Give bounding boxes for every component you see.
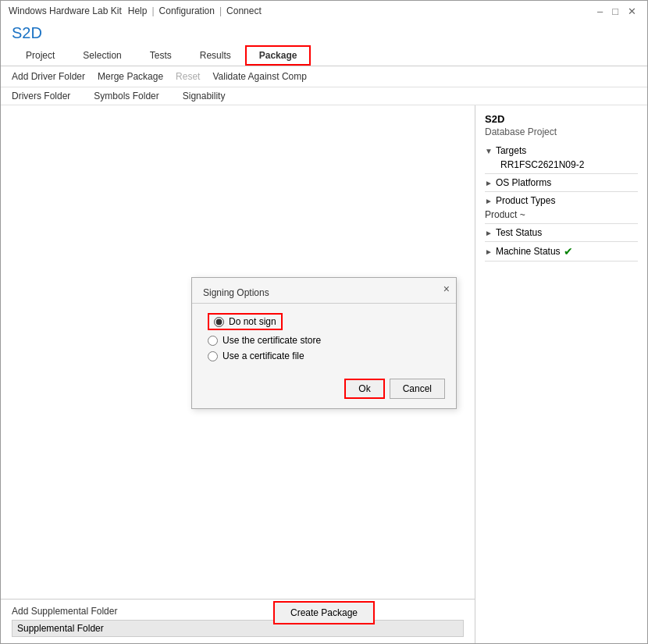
sep1: |	[151, 5, 154, 16]
main-content: Add Supplemental Folder Supplemental Fol…	[1, 105, 647, 643]
connect-menu[interactable]: Connect	[226, 5, 262, 16]
machine-status-check: ✔	[564, 245, 573, 258]
tab-results[interactable]: Results	[186, 45, 245, 66]
machine-status-arrow: ►	[485, 247, 493, 256]
add-driver-folder-button[interactable]: Add Driver Folder	[12, 69, 98, 84]
nav-tabs: Project Selection Tests Results Package	[1, 45, 647, 66]
product-tilde-label: Product ~	[485, 208, 638, 222]
modal-header: Signing Options	[192, 278, 456, 303]
left-bottom-area: Add Supplemental Folder Supplemental Fol…	[1, 599, 475, 643]
tree-test-status[interactable]: ► Test Status	[485, 226, 638, 240]
tree-targets[interactable]: ▼ Targets	[485, 144, 638, 158]
signing-options-group: Do not sign Use the certificate store Us…	[208, 313, 440, 361]
do-not-sign-radio[interactable]	[214, 317, 224, 327]
use-cert-store-option[interactable]: Use the certificate store	[208, 335, 440, 346]
app-title: S2D	[12, 24, 636, 42]
use-cert-store-label: Use the certificate store	[223, 335, 321, 346]
toolbar: Add Driver Folder Merge Package Reset Va…	[1, 66, 647, 87]
configuration-menu[interactable]: Configuration	[159, 5, 215, 16]
window-controls: – □ ✕	[594, 6, 639, 16]
modal-close-button[interactable]: ×	[443, 283, 450, 295]
add-supplemental-folder-link[interactable]: Add Supplemental Folder	[12, 606, 464, 617]
use-cert-file-option[interactable]: Use a certificate file	[208, 350, 440, 361]
main-window: Windows Hardware Lab Kit Help | Configur…	[0, 0, 648, 644]
merge-package-button[interactable]: Merge Package	[98, 69, 176, 84]
product-arrow: ►	[485, 197, 493, 205]
tree-targets-section: ▼ Targets RR1FSC2621N09-2	[485, 144, 638, 174]
tree-os-platforms[interactable]: ► OS Platforms	[485, 176, 638, 190]
os-platforms-label: OS Platforms	[496, 177, 551, 188]
close-button[interactable]: ✕	[625, 6, 639, 16]
modal-divider	[192, 303, 456, 304]
tab-package[interactable]: Package	[245, 45, 312, 66]
targets-arrow: ▼	[485, 147, 493, 155]
signability-label: Signability	[183, 90, 249, 102]
cancel-button[interactable]: Cancel	[390, 379, 445, 399]
tab-tests[interactable]: Tests	[136, 45, 186, 66]
test-status-label: Test Status	[496, 227, 542, 238]
title-bar-left: Windows Hardware Lab Kit Help | Configur…	[9, 5, 262, 16]
targets-label: Targets	[496, 145, 526, 156]
test-status-arrow: ►	[485, 229, 493, 237]
reset-button: Reset	[176, 69, 212, 84]
sub-toolbar: Drivers Folder Symbols Folder Signabilit…	[1, 87, 647, 105]
right-panel-subtitle: Database Project	[485, 126, 638, 137]
bottom-area: Add Supplemental Folder Supplemental Fol…	[1, 599, 475, 643]
right-panel: S2D Database Project ▼ Targets RR1FSC262…	[475, 105, 647, 643]
minimize-button[interactable]: –	[594, 6, 606, 16]
signing-options-dialog: × Signing Options Do not sign Use the ce…	[191, 277, 457, 409]
use-cert-file-label: Use a certificate file	[223, 350, 304, 361]
symbols-folder-label: Symbols Folder	[94, 90, 182, 102]
modal-body: Do not sign Use the certificate store Us…	[192, 308, 456, 374]
tree-machine-status[interactable]: ► Machine Status ✔	[485, 244, 638, 259]
use-cert-file-radio[interactable]	[208, 351, 218, 361]
create-package-button[interactable]: Create Package	[273, 601, 375, 624]
title-bar: Windows Hardware Lab Kit Help | Configur…	[1, 1, 647, 20]
drivers-folder-label: Drivers Folder	[12, 90, 94, 102]
validate-button[interactable]: Validate Against Comp	[212, 69, 319, 84]
supplemental-folder-field: Supplemental Folder	[12, 620, 464, 637]
tab-selection[interactable]: Selection	[69, 45, 135, 66]
product-types-label: Product Types	[496, 195, 556, 206]
do-not-sign-option[interactable]: Do not sign	[208, 313, 283, 330]
help-menu[interactable]: Help	[128, 5, 148, 16]
tree-product-types[interactable]: ► Product Types	[485, 194, 638, 208]
right-panel-title: S2D	[485, 113, 638, 125]
title-bar-menu: Help | Configuration | Connect	[128, 5, 262, 16]
maximize-button[interactable]: □	[609, 6, 621, 16]
tree-machine-status-section: ► Machine Status ✔	[485, 244, 638, 262]
window-title: Windows Hardware Lab Kit	[9, 5, 122, 16]
sep2: |	[219, 5, 222, 16]
tree-product-section: ► Product Types Product ~	[485, 194, 638, 224]
modal-footer: Ok Cancel	[192, 374, 456, 408]
os-arrow: ►	[485, 179, 493, 187]
app-header: S2D	[1, 20, 647, 45]
machine-status-label: Machine Status	[496, 246, 561, 257]
use-cert-store-radio[interactable]	[208, 336, 218, 346]
ok-button[interactable]: Ok	[344, 379, 384, 399]
tab-project[interactable]: Project	[12, 45, 69, 66]
tree-target-name: RR1FSC2621N09-2	[485, 158, 638, 172]
tree-test-status-section: ► Test Status	[485, 226, 638, 242]
do-not-sign-label: Do not sign	[229, 316, 276, 327]
tree-os-section: ► OS Platforms	[485, 176, 638, 192]
